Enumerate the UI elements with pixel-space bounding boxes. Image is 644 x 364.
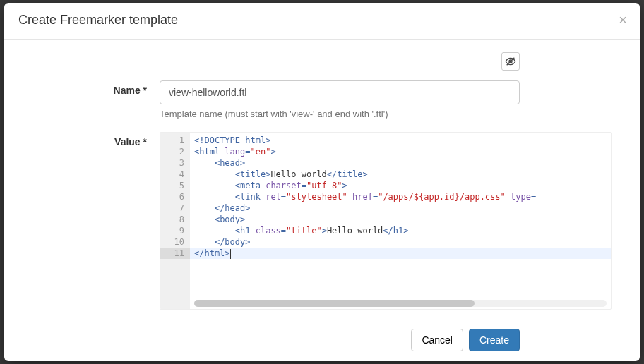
scrollbar-thumb[interactable] <box>194 300 475 307</box>
modal-title: Create Freemarker template <box>18 13 626 28</box>
editor-code-area[interactable]: <!DOCTYPE html><html lang="en"> <head> <… <box>190 133 611 309</box>
create-template-modal: Create Freemarker template × Name * Temp… <box>4 3 640 361</box>
value-row: Value * 1234567891011 <!DOCTYPE html><ht… <box>18 132 626 310</box>
cancel-button[interactable]: Cancel <box>411 329 463 351</box>
horizontal-scrollbar[interactable] <box>194 300 607 307</box>
toolbar <box>18 52 626 71</box>
name-input[interactable] <box>160 80 520 104</box>
name-help-text: Template name (must start with 'view-' a… <box>160 109 520 119</box>
name-row: Name * Template name (must start with 'v… <box>18 80 626 119</box>
code-editor[interactable]: 1234567891011 <!DOCTYPE html><html lang=… <box>160 132 612 310</box>
create-button[interactable]: Create <box>469 329 520 351</box>
name-label: Name * <box>18 80 160 119</box>
modal-footer: Cancel Create <box>4 322 640 361</box>
eye-off-icon <box>505 56 516 67</box>
visibility-toggle-button[interactable] <box>501 52 520 71</box>
value-label: Value * <box>18 132 160 310</box>
modal-header: Create Freemarker template × <box>4 3 640 40</box>
editor-gutter: 1234567891011 <box>160 133 190 309</box>
modal-body: Name * Template name (must start with 'v… <box>4 40 640 322</box>
close-icon[interactable]: × <box>619 13 627 27</box>
